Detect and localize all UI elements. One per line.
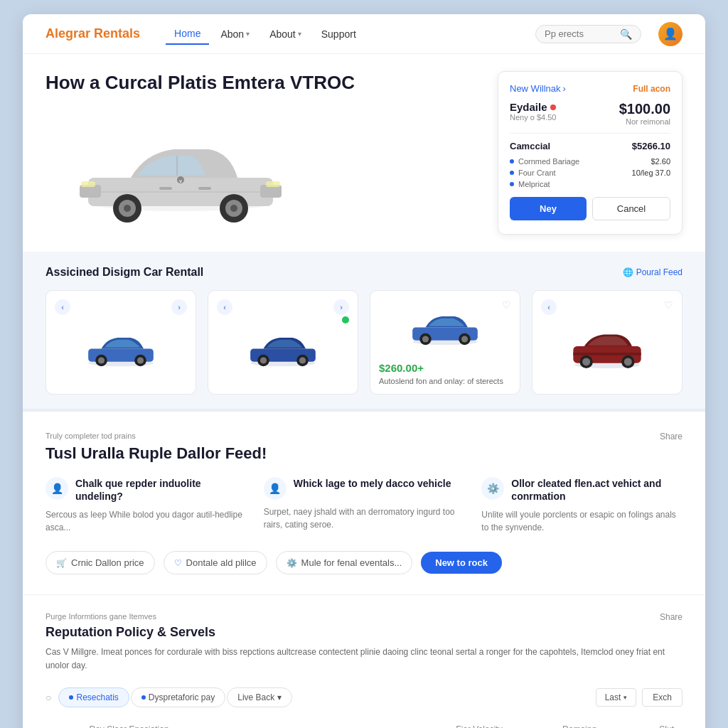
info-title: Tusl Uralla Ruple Dallor Feed!	[46, 444, 267, 463]
svg-point-42	[624, 358, 632, 365]
prev-arrow[interactable]: ‹	[541, 299, 557, 315]
info-card-title-3: Ollor cleated flen.act vehict and conrma…	[511, 477, 682, 503]
th-remaining: Remaing	[518, 719, 605, 728]
export-button[interactable]: Exch	[642, 688, 682, 707]
booking-card: New Willnak › Full acon Eydaile Neny o $…	[498, 71, 682, 235]
search-box[interactable]: 🔍	[535, 25, 641, 43]
detail-item-1: Cornmed Bariage $2.60	[510, 157, 670, 166]
nav-item-home[interactable]: Home	[166, 23, 209, 45]
logo-text: Alegrar	[46, 26, 90, 41]
person-icon: 👤	[46, 477, 68, 500]
booking-actions: Ney Cancel	[510, 197, 670, 220]
info-actions: 🛒 Crnic Dallon price ♡ Dontale ald plilc…	[46, 551, 682, 574]
chevron-down-icon: ▾	[623, 694, 627, 701]
svg-point-23	[137, 358, 144, 364]
tab-dot	[69, 695, 73, 700]
car-card-2[interactable]: ‹ ›	[208, 290, 358, 395]
car-card-desc: Autoslend fon and onlay: of sterects	[379, 377, 511, 385]
policy-section: Purge Informtions gane Itemves Reputatio…	[23, 594, 705, 728]
car-card-image-4	[541, 321, 673, 378]
globe-icon: 🌐	[623, 267, 633, 277]
svg-point-27	[260, 358, 267, 364]
nav-item-about[interactable]: About ▾	[261, 24, 310, 44]
tab-group: Resechatis Dyspretaforic pay Live Back ▾	[58, 687, 292, 707]
svg-rect-38	[573, 353, 641, 355]
car-illustration: V	[67, 117, 294, 224]
info-card-header-3: ⚙️ Ollor cleated flen.act vehict and con…	[481, 477, 682, 503]
booking-new-link[interactable]: New Willnak ›	[510, 83, 566, 94]
th-slut: Slut	[605, 719, 682, 728]
settings-icon: ⚙️	[287, 558, 297, 568]
sort-icon: ↑	[82, 725, 87, 728]
heart-icon[interactable]: ♡	[664, 299, 673, 311]
booking-details: Cornmed Bariage $2.60 Four Crant 10/leg …	[510, 157, 670, 188]
chevron-down-icon: ▾	[277, 692, 282, 702]
booking-price-row: Eydaile Neny o $4.50 $100.00 Nor reimona…	[510, 101, 670, 126]
car-card-1[interactable]: ‹ ›	[46, 290, 196, 395]
th-name: ↑ Rey Slaor Epociation	[74, 719, 397, 728]
prev-arrow[interactable]: ‹	[217, 299, 232, 315]
svg-point-9	[124, 205, 131, 212]
policy-share-link[interactable]: Share	[660, 612, 682, 622]
next-arrow[interactable]: ›	[333, 299, 349, 315]
cancel-button[interactable]: Cancel	[592, 197, 670, 220]
car-card-3[interactable]: ♡ $260.00+ Autoslend fon and onlay: of s	[370, 290, 520, 395]
info-card-text-2: Surpet, naey jshald with an derromatory …	[264, 505, 465, 531]
avatar[interactable]: 👤	[658, 22, 682, 46]
th-check	[46, 719, 74, 728]
svg-rect-5	[81, 181, 95, 187]
svg-rect-14	[159, 187, 172, 190]
detail-item-3: Melpricat	[510, 180, 670, 188]
action-link-1[interactable]: 🛒 Crnic Dallon price	[46, 551, 155, 574]
next-arrow[interactable]: ›	[171, 299, 187, 315]
search-icon[interactable]: 🔍	[620, 28, 632, 40]
action-link-2[interactable]: ♡ Dontale ald plilce	[164, 551, 267, 574]
card-nav: ‹ ›	[217, 299, 349, 315]
table-header-row: ↑ Rey Slaor Epociation Fier Velocity ↑ R…	[46, 719, 682, 728]
nav-item-support[interactable]: Support	[313, 24, 365, 44]
heart-icon: ♡	[174, 558, 182, 568]
hero-left: How a Curcal Platis Emtera VTROC	[46, 71, 481, 235]
svg-point-21	[98, 358, 105, 364]
warning-dot	[550, 105, 556, 110]
info-card-3: ⚙️ Ollor cleated flen.act vehict and con…	[481, 477, 682, 534]
detail-item-2: Four Crant 10/leg 37.0	[510, 168, 670, 177]
action-link-3[interactable]: ⚙️ Mule for fenal eventals...	[276, 551, 413, 574]
booking-card-header: New Willnak › Full acon	[510, 83, 670, 94]
prev-arrow[interactable]: ‹	[55, 299, 70, 315]
table-head: ↑ Rey Slaor Epociation Fier Velocity ↑ R…	[46, 719, 682, 728]
hero-section: How a Curcal Platis Emtera VTROC	[23, 54, 705, 252]
table-right-controls: Last ▾ Exch	[596, 688, 682, 707]
search-input[interactable]	[545, 28, 616, 39]
nav-item-abon[interactable]: Abon ▾	[212, 24, 258, 44]
detail-dot	[510, 159, 514, 164]
policy-text: Cas V Millgre. Imeat ponces for cordural…	[46, 646, 682, 673]
filter-button[interactable]: Last ▾	[596, 688, 637, 707]
booking-total-row: Camccial $5266.10	[510, 141, 670, 151]
tab-dyspretaforic[interactable]: Dyspretaforic pay	[131, 687, 225, 707]
info-card-text-3: Unlite will youle porclents or esapic on…	[481, 508, 682, 534]
table-search-icon[interactable]: ○	[46, 692, 51, 703]
detail-dot	[510, 171, 514, 175]
svg-text:V: V	[179, 179, 182, 183]
person-icon-2: 👤	[264, 477, 287, 500]
car-card-image-2	[217, 321, 349, 378]
gear-icon: ⚙️	[481, 477, 504, 500]
listings-section: Assicined Disigm Car Rentall 🌐 Poural Fe…	[23, 252, 705, 409]
confirm-button[interactable]: Ney	[510, 197, 587, 220]
heart-icon[interactable]: ♡	[502, 299, 511, 311]
cta-button[interactable]: New to rock	[421, 552, 502, 574]
info-section: Truly completer tod prains Tusl Uralla R…	[23, 412, 705, 594]
main-nav: Home Abon ▾ About ▾ Support	[166, 23, 518, 45]
info-card-title-2: Whick lage to mely dacco vehicle	[294, 477, 451, 490]
tab-resechatis[interactable]: Resechatis	[58, 687, 129, 707]
listings-title: Assicined Disigm Car Rentall	[46, 266, 203, 279]
car-card-4[interactable]: ♡ ‹	[532, 290, 682, 395]
svg-rect-15	[198, 187, 211, 190]
tab-live-back[interactable]: Live Back ▾	[227, 687, 292, 707]
share-link[interactable]: Share	[660, 432, 682, 441]
full-action-button[interactable]: Full acon	[633, 84, 670, 94]
svg-point-35	[461, 336, 468, 343]
popular-feed-link[interactable]: 🌐 Poural Feed	[623, 267, 682, 277]
logo[interactable]: Alegrar Rentals	[46, 26, 140, 41]
